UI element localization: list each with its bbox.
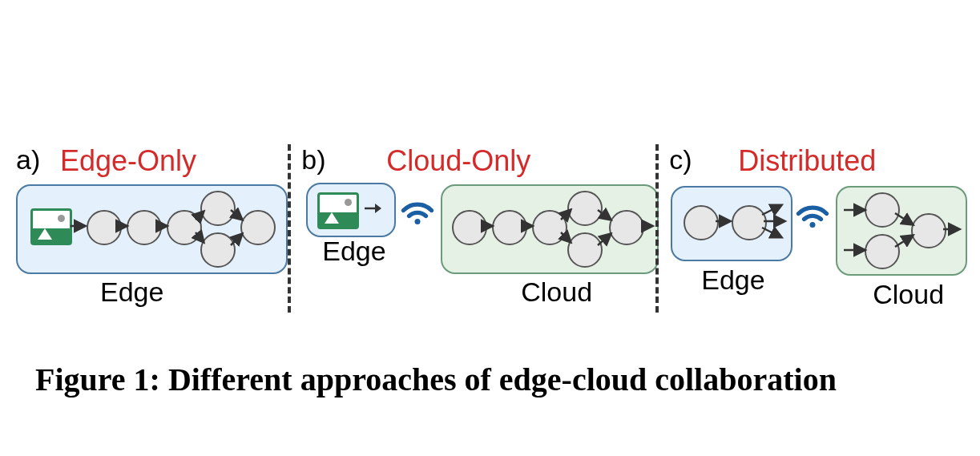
nn-node: [865, 192, 900, 228]
panel-c-title: Distributed: [738, 144, 876, 178]
nn-node: [492, 210, 527, 245]
nn-node: [87, 210, 122, 245]
nn-node: [684, 205, 719, 240]
nn-node: [567, 232, 603, 268]
nn-node: [127, 210, 162, 245]
nn-node: [200, 232, 236, 268]
panel-c: c) Distributed Edge: [666, 152, 962, 345]
panel-b-label: b): [301, 144, 325, 176]
diagram-row: a) Edge-Only: [16, 152, 962, 345]
panel-c-label: c): [669, 144, 692, 176]
separator-bc: [652, 152, 666, 345]
separator-ab: [284, 152, 298, 345]
image-icon: [317, 192, 359, 229]
panel-c-cloud-box: [836, 186, 967, 276]
wifi-icon: [796, 202, 829, 231]
image-icon: [30, 208, 72, 245]
nn-node: [532, 210, 567, 245]
panel-b-cloud-caption: Cloud: [521, 276, 592, 308]
svg-point-8: [415, 219, 421, 224]
nn-node: [567, 191, 603, 226]
nn-node: [732, 205, 767, 240]
vertical-divider: [288, 144, 291, 313]
panel-a-title: Edge-Only: [60, 144, 196, 178]
panel-b-title: Cloud-Only: [386, 144, 530, 178]
panel-b: b) Cloud-Only Edge: [298, 152, 652, 345]
arrow-icon: [364, 202, 381, 215]
panel-c-edge-caption: Edge: [701, 264, 764, 296]
panel-c-cloud-caption: Cloud: [873, 279, 944, 310]
panel-a: a) Edge-Only: [16, 152, 284, 345]
nn-node: [200, 191, 236, 226]
panel-a-label: a): [16, 144, 40, 176]
svg-point-20: [810, 222, 816, 228]
nn-node: [609, 210, 644, 245]
figure-stage: a) Edge-Only: [0, 0, 980, 456]
panel-b-edge-caption: Edge: [322, 236, 385, 267]
nn-node: [911, 213, 946, 248]
nn-node: [452, 210, 487, 245]
figure-caption: Figure 1: Different approaches of edge-c…: [0, 361, 980, 398]
nn-node: [240, 210, 276, 245]
vertical-divider: [655, 144, 659, 313]
panel-a-edge-caption: Edge: [100, 276, 163, 308]
nn-node: [865, 234, 900, 269]
nn-node: [167, 210, 202, 245]
wifi-icon: [401, 199, 434, 228]
